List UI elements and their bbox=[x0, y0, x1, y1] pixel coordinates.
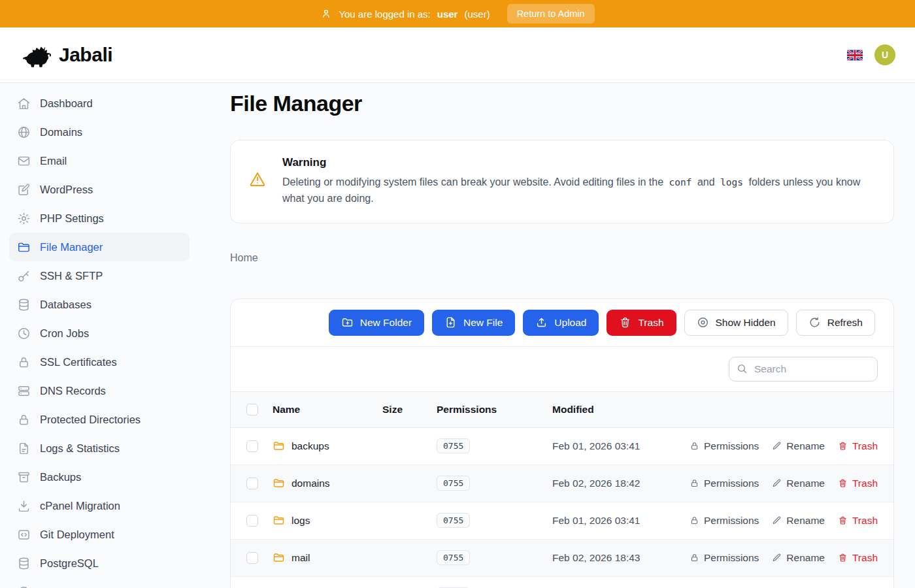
sidebar-item-ssl-certificates[interactable]: SSL Certificates bbox=[9, 348, 190, 376]
permissions-action[interactable]: Permissions bbox=[690, 440, 759, 452]
warning-title: Warning bbox=[282, 156, 875, 169]
sidebar-item-label: Logs & Statistics bbox=[40, 442, 120, 455]
column-header-size: Size bbox=[382, 404, 437, 416]
action-label: Trash bbox=[852, 552, 878, 564]
search-icon bbox=[737, 363, 748, 374]
key-icon bbox=[17, 269, 31, 283]
file-name-link[interactable]: mail bbox=[273, 551, 382, 564]
sidebar-item-ssh-sftp[interactable]: SSH & SFTP bbox=[9, 261, 190, 290]
table-row: mail 0755 Feb 02, 2026 18:43 Permissions… bbox=[231, 540, 893, 577]
sidebar-item-domains[interactable]: Domains bbox=[9, 118, 190, 146]
rename-action[interactable]: Rename bbox=[772, 552, 825, 564]
sidebar-item-dns-records[interactable]: DNS Records bbox=[9, 376, 190, 405]
lock-icon bbox=[17, 355, 31, 369]
search-input[interactable] bbox=[729, 357, 878, 382]
upload-icon bbox=[535, 316, 548, 329]
permissions-action[interactable]: Permissions bbox=[690, 552, 759, 564]
permissions-badge: 0755 bbox=[437, 476, 470, 491]
new-folder-button[interactable]: New Folder bbox=[329, 310, 424, 336]
select-all-checkbox[interactable] bbox=[246, 404, 258, 416]
trash-action[interactable]: Trash bbox=[838, 552, 878, 564]
trash-icon bbox=[838, 553, 848, 563]
rename-action[interactable]: Rename bbox=[772, 515, 825, 527]
button-label: New File bbox=[463, 317, 503, 329]
sidebar-item-label: DNS Records bbox=[40, 385, 106, 397]
file-name-link[interactable]: domains bbox=[273, 477, 382, 489]
row-checkbox[interactable] bbox=[246, 478, 258, 489]
button-label: Trash bbox=[638, 317, 663, 329]
permissions-badge: 0755 bbox=[437, 438, 470, 453]
lock-icon bbox=[690, 553, 699, 563]
app-header: Jabali U bbox=[0, 27, 915, 83]
boar-logo-icon bbox=[20, 42, 52, 68]
language-flag-icon[interactable] bbox=[847, 50, 863, 61]
sidebar-item-backups[interactable]: Backups bbox=[9, 463, 190, 491]
sidebar-item-protected-directories[interactable]: Protected Directories bbox=[9, 405, 190, 434]
pencil-icon bbox=[772, 553, 782, 563]
row-checkbox[interactable] bbox=[246, 552, 258, 564]
upload-button[interactable]: Upload bbox=[523, 310, 599, 336]
mail-icon bbox=[17, 154, 31, 168]
refresh-icon bbox=[808, 316, 821, 329]
sidebar-item-label: Cron Jobs bbox=[40, 327, 89, 340]
folder-icon bbox=[17, 240, 31, 254]
sidebar-item-label: Email bbox=[40, 155, 67, 167]
database-icon bbox=[17, 298, 31, 312]
file-name: backups bbox=[291, 440, 329, 452]
breadcrumb[interactable]: Home bbox=[230, 252, 894, 264]
trash-action[interactable]: Trash bbox=[838, 440, 878, 452]
rename-action[interactable]: Rename bbox=[772, 440, 825, 452]
sidebar-item-label: PostgreSQL bbox=[40, 557, 99, 570]
action-label: Rename bbox=[786, 440, 825, 452]
archive-icon bbox=[17, 470, 31, 484]
sidebar-item-partial[interactable] bbox=[9, 578, 190, 588]
lock-icon bbox=[690, 515, 699, 525]
trash-action[interactable]: Trash bbox=[838, 515, 878, 527]
new-file-button[interactable]: New File bbox=[432, 310, 515, 336]
file-plus-icon bbox=[444, 316, 457, 329]
modified-date: Feb 02, 2026 18:42 bbox=[552, 478, 690, 489]
sidebar-item-dashboard[interactable]: Dashboard bbox=[9, 89, 190, 118]
file-manager-toolbar: New Folder New File Upload Trash Show Hi… bbox=[231, 299, 893, 347]
file-name-link[interactable]: backups bbox=[273, 440, 382, 452]
rename-action[interactable]: Rename bbox=[772, 478, 825, 489]
permissions-action[interactable]: Permissions bbox=[690, 478, 759, 489]
row-checkbox[interactable] bbox=[246, 440, 258, 452]
sidebar-item-git-deployment[interactable]: Git Deployment bbox=[9, 520, 190, 549]
sidebar-item-databases[interactable]: Databases bbox=[9, 290, 190, 319]
action-label: Rename bbox=[786, 478, 825, 489]
row-checkbox[interactable] bbox=[246, 515, 258, 527]
folder-icon bbox=[273, 440, 285, 452]
return-to-admin-button[interactable]: Return to Admin bbox=[507, 4, 595, 24]
user-avatar[interactable]: U bbox=[874, 44, 895, 65]
file-text-icon bbox=[17, 442, 31, 455]
sidebar-item-label: Git Deployment bbox=[40, 529, 114, 541]
file-name: domains bbox=[291, 478, 330, 489]
button-label: New Folder bbox=[360, 317, 412, 329]
sidebar-item-php-settings[interactable]: PHP Settings bbox=[9, 204, 190, 233]
show-hidden-button[interactable]: Show Hidden bbox=[684, 310, 788, 336]
file-name: logs bbox=[291, 515, 310, 527]
pencil-icon bbox=[772, 515, 782, 525]
table-row: domains 0755 Feb 02, 2026 18:42 Permissi… bbox=[231, 465, 893, 502]
trash-button[interactable]: Trash bbox=[607, 310, 676, 336]
sidebar-item-cron-jobs[interactable]: Cron Jobs bbox=[9, 319, 190, 348]
circle-icon bbox=[17, 585, 31, 588]
table-header: Name Size Permissions Modified bbox=[231, 392, 893, 428]
permissions-action[interactable]: Permissions bbox=[690, 515, 759, 527]
sidebar-item-label: File Manager bbox=[40, 241, 103, 253]
sidebar-item-label: PHP Settings bbox=[40, 212, 104, 225]
sidebar-item-email[interactable]: Email bbox=[9, 146, 190, 175]
trash-icon bbox=[838, 515, 848, 525]
file-name-link[interactable]: logs bbox=[273, 514, 382, 527]
sidebar-item-cpanel-migration[interactable]: cPanel Migration bbox=[9, 491, 190, 520]
sidebar-item-wordpress[interactable]: WordPress bbox=[9, 175, 190, 204]
trash-action[interactable]: Trash bbox=[838, 478, 878, 489]
refresh-button[interactable]: Refresh bbox=[796, 310, 875, 336]
sidebar-item-file-manager[interactable]: File Manager bbox=[9, 233, 190, 261]
brand-logo[interactable]: Jabali bbox=[20, 42, 112, 68]
button-label: Show Hidden bbox=[716, 317, 776, 329]
sidebar-item-postgresql[interactable]: PostgreSQL bbox=[9, 549, 190, 578]
action-label: Rename bbox=[786, 552, 825, 564]
sidebar-item-logs-statistics[interactable]: Logs & Statistics bbox=[9, 434, 190, 463]
